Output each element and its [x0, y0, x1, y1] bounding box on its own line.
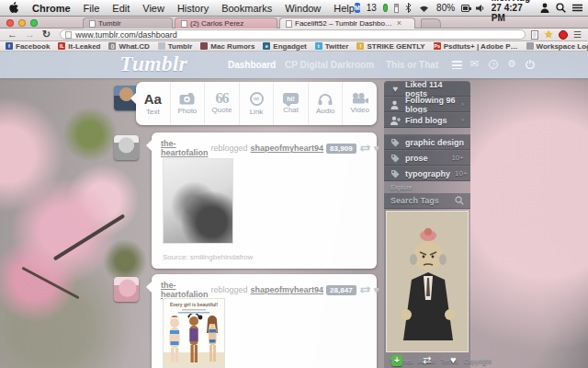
- link-icon: ∞: [250, 92, 264, 106]
- compose-quote-button[interactable]: 66 Quote: [205, 82, 240, 125]
- follow-plus-icon[interactable]: +: [391, 355, 402, 366]
- spotlight-icon[interactable]: [556, 3, 566, 13]
- bookmark-twitter[interactable]: tTwitter: [315, 42, 349, 51]
- compose-photo-button[interactable]: Photo: [171, 82, 206, 125]
- nav-cp-digital-darkroom[interactable]: CP Digital Darkroom: [285, 60, 374, 70]
- whatcd-favicon: (): [108, 42, 116, 50]
- clipboard-menu-icon[interactable]: [394, 4, 399, 13]
- bookmark-it-leaked[interactable]: ILIt-Leaked: [58, 42, 100, 51]
- search-tags-field[interactable]: Search Tags: [384, 193, 470, 209]
- post-illustration[interactable]: Every girl is beautiful!: [163, 298, 225, 368]
- tumblr-logo[interactable]: Tumblr: [119, 52, 187, 76]
- sidebar-tag-graphic-design[interactable]: graphic design: [384, 134, 470, 150]
- tab-tumblr[interactable]: Tumblr: [83, 17, 173, 29]
- forward-button[interactable]: →: [21, 29, 39, 40]
- post-author-avatar[interactable]: [114, 277, 139, 302]
- chevron-right-icon: ›: [461, 100, 464, 109]
- menu-help[interactable]: Help: [334, 3, 355, 14]
- post-source[interactable]: Source: smilingbehindafrow: [163, 253, 253, 261]
- like-heart-icon[interactable]: ♥: [374, 285, 380, 295]
- address-bar[interactable]: www.tumblr.com/dashboard: [60, 29, 526, 40]
- quote-icon: 66: [215, 93, 228, 105]
- battery-icon[interactable]: [461, 5, 469, 12]
- sidebar-divider: [384, 128, 470, 134]
- sidebar-following-blogs[interactable]: Following 96 blogs ›: [384, 97, 470, 112]
- tumblr-header: Tumblr Dashboard CP Digital Darkroom Thi…: [0, 52, 588, 78]
- bookmark-psdtuts[interactable]: PsPsdtuts+ | Adobe P…: [434, 42, 518, 51]
- menu-clock[interactable]: Mon Aug 27 4:27 PM: [492, 0, 534, 23]
- menu-bookmarks[interactable]: Bookmarks: [221, 3, 272, 14]
- tab-favicon: [89, 20, 96, 28]
- reblog-icon[interactable]: ⇄: [423, 355, 431, 365]
- extension-icon[interactable]: [559, 30, 568, 40]
- user-icon[interactable]: [540, 3, 549, 13]
- sidebar-liked-posts[interactable]: ♥ Liked 114 posts: [384, 81, 470, 97]
- close-window-button[interactable]: [6, 19, 14, 27]
- chrome-menu-icon[interactable]: ☰: [573, 30, 582, 40]
- compose-video-button[interactable]: Video: [343, 82, 377, 125]
- post-author-link[interactable]: the-heartofalion: [161, 139, 209, 157]
- menu-file[interactable]: File: [84, 3, 100, 14]
- compose-chat-button[interactable]: hi! Chat: [274, 82, 309, 125]
- chrome-toolbar: ← → ↻ www.tumblr.com/dashboard ★ ☰: [0, 29, 588, 41]
- compose-text-button[interactable]: Aa Text: [136, 82, 171, 125]
- menu-chrome[interactable]: Chrome: [32, 3, 71, 14]
- bookmark-star-icon[interactable]: ★: [544, 29, 553, 40]
- sidebar-find-blogs[interactable]: Find blogs ›: [384, 112, 470, 128]
- bookmark-tumblr[interactable]: Tumblr: [158, 42, 193, 51]
- status-app-icon[interactable]: [383, 4, 388, 12]
- tab-favicon: [181, 20, 187, 28]
- tag-icon: [390, 154, 401, 163]
- note-count-badge[interactable]: 28,847: [326, 285, 356, 295]
- page-icon: [65, 31, 72, 39]
- post-origin-link[interactable]: shapeofmyheart94: [251, 285, 324, 294]
- post-author-avatar[interactable]: [114, 135, 139, 160]
- compose-link-button[interactable]: ∞ Link: [240, 82, 275, 125]
- minimize-window-button[interactable]: [18, 19, 26, 27]
- messages-mail-icon[interactable]: ✉: [470, 59, 479, 69]
- menu-edit[interactable]: Edit: [112, 3, 130, 14]
- like-heart-icon[interactable]: ♥: [450, 355, 457, 365]
- sidebar-tag-prose[interactable]: prose 10+: [384, 150, 470, 166]
- post-author-link[interactable]: the-heartofalion: [161, 281, 209, 299]
- menu-window[interactable]: Window: [285, 3, 321, 14]
- note-count-badge[interactable]: 83,909: [326, 144, 356, 154]
- zoom-window-button[interactable]: [30, 19, 38, 27]
- footer-copyright[interactable]: Copyright: [464, 358, 492, 364]
- post-origin-link[interactable]: shapeofmyheart94: [251, 144, 324, 153]
- sidebar-footer: Themes About Terms Copyright + ⇄ ♥: [384, 354, 470, 368]
- apple-menu-icon[interactable]: [9, 2, 19, 14]
- wifi-icon[interactable]: [418, 4, 430, 13]
- reload-button[interactable]: ↻: [39, 29, 54, 40]
- reblog-icon[interactable]: [359, 285, 371, 294]
- nav-this-or-that[interactable]: This or That: [386, 60, 438, 70]
- like-heart-icon[interactable]: ♥: [374, 144, 380, 154]
- dashboard-list-icon[interactable]: [452, 61, 462, 69]
- settings-gear-icon[interactable]: ⚙: [507, 59, 516, 69]
- back-button[interactable]: ←: [0, 29, 21, 40]
- bookmark-workspace-login[interactable]: Workspace Login: [526, 42, 588, 51]
- video-camera-icon: [352, 93, 368, 104]
- notification-center-icon[interactable]: [572, 4, 582, 12]
- bluetooth-icon[interactable]: [405, 3, 412, 13]
- bookmark-engadget[interactable]: eEngadget: [263, 42, 306, 51]
- radar-post-image[interactable]: [386, 211, 469, 352]
- volume-icon[interactable]: [476, 4, 485, 13]
- post-photo[interactable]: [163, 158, 233, 244]
- logout-power-icon[interactable]: [526, 60, 535, 69]
- nav-dashboard[interactable]: Dashboard: [228, 60, 276, 70]
- bookmark-facebook[interactable]: fFacebook: [6, 42, 50, 51]
- bookmark-strike-gently[interactable]: !STRIKE GENTLY: [356, 42, 424, 51]
- tumblr-favicon: [158, 42, 165, 50]
- menu-view[interactable]: View: [142, 3, 164, 14]
- bookmark-mac-rumors[interactable]: Mac Rumors: [200, 42, 254, 51]
- help-icon[interactable]: ?: [489, 60, 498, 69]
- bookmark-whatcd[interactable]: ()What.CD: [108, 42, 149, 51]
- menu-history[interactable]: History: [177, 3, 209, 14]
- mail-app-icon[interactable]: M: [355, 3, 360, 13]
- compose-audio-button[interactable]: Audio: [309, 82, 344, 125]
- extension-page-icon[interactable]: [531, 30, 538, 40]
- sidebar-tag-typography[interactable]: typography 10+: [384, 166, 470, 181]
- tab-carlos-perez[interactable]: (2) Carlos Perez: [175, 17, 277, 29]
- reblog-icon[interactable]: [359, 144, 371, 153]
